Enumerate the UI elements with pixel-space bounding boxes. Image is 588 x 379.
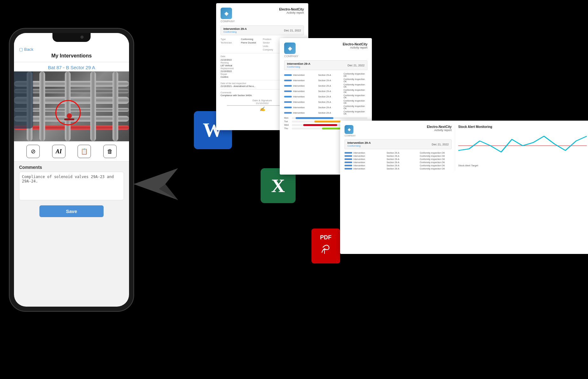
list-item: Intervention Section 29-A Conformity ins… (284, 73, 367, 77)
check-button[interactable]: ⊘ (26, 145, 40, 158)
card-3-status: Conforming (347, 144, 371, 147)
gantt-row-1: Mon (284, 117, 367, 119)
location-title: Bat 87 - B Sector 29 A (14, 62, 129, 71)
card-3-header: ◈ COMPANY Electro-NextCity Activity repo… (345, 125, 452, 137)
back-button[interactable]: ▢ Back (19, 47, 124, 52)
card-2-header: ◈ COMPANY Electro-NextCity Activity repo… (284, 43, 367, 58)
card-1-intervention-name: Intervention 29-A (223, 27, 247, 30)
card-2-company-tag: COMPANY (284, 55, 298, 58)
card-3-logo: ◈ (345, 125, 353, 134)
report-card-3: ◈ COMPANY Electro-NextCity Activity repo… (340, 121, 588, 254)
card-2-title-block: Electro-NextCity Activity report (343, 43, 367, 49)
list-item: Intervention Section 29-A Conformity ins… (284, 110, 367, 115)
card-2-rows: Intervention Section 29-A Conformity ins… (284, 73, 367, 115)
list-item: InterventionSection 29-AConformity inspe… (345, 168, 452, 170)
excel-letter: X (271, 175, 285, 197)
card-3-intervention-name: Intervention 29-A (347, 141, 371, 144)
phone-screen: ▢ Back My Interventions Bat 87 - B Secto… (14, 33, 129, 307)
list-item: Intervention Section 29-A Conformity ins… (284, 94, 367, 99)
card-2-status: Conforming (287, 65, 311, 68)
card-3-rows: InterventionSection 29-AConformity inspe… (345, 152, 452, 170)
card-1-report-type: Activity report (279, 11, 304, 14)
phone-notch (52, 33, 91, 42)
card-3-company-tag: COMPANY (345, 135, 356, 137)
position-label: Position (263, 38, 282, 41)
comments-label: Comments (14, 162, 129, 172)
list-item: Intervention Section 29-A Conformity ins… (284, 100, 367, 104)
check-icon: ⊘ (31, 148, 36, 155)
card-1-title-block: Electro-NextCity Activity report (279, 8, 304, 14)
pdf-app-icon: PDF (311, 229, 340, 263)
card-3-top: ◈ COMPANY Electro-NextCity Activity repo… (345, 125, 587, 171)
card-2-intervention-bar: Intervention 29-A Conforming Dec 21, 202… (284, 60, 367, 70)
list-item: InterventionSection 29-AConformity inspe… (345, 164, 452, 167)
card-3-report-type: Activity report (427, 129, 452, 132)
back-icon: ▢ (19, 47, 23, 52)
list-item: Intervention Section 29-A Conformity ins… (284, 89, 367, 93)
comments-textarea-wrap: Compliance of solenoid valves 29A-23 and… (14, 172, 129, 202)
stock-chart (458, 130, 587, 162)
stock-legend: Stock Alert Target (458, 164, 587, 167)
card-2-report-type: Activity report (343, 46, 367, 49)
card-1-header: ◈ COMPANY Electro-NextCity Activity repo… (221, 8, 304, 23)
units-label: Units (263, 45, 282, 48)
pdf-label: PDF (320, 234, 332, 241)
card-2-logo: ◈ (284, 43, 296, 54)
card-3-date: Dec 21, 2022 (432, 143, 449, 146)
doc-icon: 📋 (81, 148, 88, 155)
card-2-date: Dec 21, 2022 (347, 64, 365, 67)
doc-button[interactable]: 📋 (78, 145, 91, 158)
save-button[interactable]: Save (39, 205, 104, 217)
trash-icon: 🗑 (107, 148, 113, 155)
card-3-chart-section: Stock Alert Monitoring Stock Alert Targe… (455, 125, 587, 171)
ai-icon: AI (56, 148, 62, 155)
trash-button[interactable]: 🗑 (103, 145, 117, 158)
list-item: InterventionSection 29-AConformity inspe… (345, 152, 452, 154)
tech-value: Pierre Duvelot (241, 41, 262, 44)
list-item: Intervention Section 29-A Conformity ins… (284, 78, 367, 83)
ai-button[interactable]: AI (52, 145, 65, 158)
list-item: Intervention Section 29-A Conformity ins… (284, 105, 367, 110)
phone-header: ▢ Back My Interventions (14, 45, 129, 62)
intervention-photo (14, 71, 129, 141)
card-2-company-name: Electro-NextCity (343, 43, 367, 46)
photo-toolbar: ⊘ AI 📋 🗑 (14, 141, 129, 162)
card-1-company-tag: COMPANY (221, 20, 235, 23)
type-value: Conforming (241, 38, 262, 41)
card-2-intervention-name: Intervention 29-A (287, 62, 311, 65)
card-3-company-name: Electro-NextCity (427, 125, 452, 129)
back-label[interactable]: Back (24, 47, 33, 52)
card-1-company-name: Electro-NextCity (279, 8, 304, 11)
stock-title: Stock Alert Monitoring (458, 125, 587, 129)
type-label: Type (221, 38, 240, 41)
phone-mockup: ▢ Back My Interventions Bat 87 - B Secto… (10, 29, 133, 311)
highlight-circle (55, 100, 81, 125)
card-1-logo: ◈ (221, 8, 232, 19)
card-1-intervention-bar: Intervention 29-A Conforming Dec 21, 202… (221, 25, 304, 35)
list-item: InterventionSection 29-AConformity inspe… (345, 161, 452, 163)
sector-label: Sector (263, 41, 282, 44)
card-3-intervention-bar: Intervention 29-A Conforming Dec 21, 202… (345, 139, 452, 149)
list-item: InterventionSection 29-AConformity inspe… (345, 155, 452, 157)
card-1-status: Conforming (223, 30, 247, 33)
phone-camera (80, 36, 84, 39)
page-title: My Interventions (19, 53, 124, 59)
pdf-symbol (319, 242, 332, 258)
card-3-title-block: Electro-NextCity Activity report (427, 125, 452, 132)
card-3-report-section: ◈ COMPANY Electro-NextCity Activity repo… (345, 125, 452, 171)
phone-shell: ▢ Back My Interventions Bat 87 - B Secto… (10, 29, 133, 311)
card-1-date: Dec 21, 2022 (284, 29, 301, 32)
list-item: InterventionSection 29-AConformity inspe… (345, 158, 452, 160)
send-arrow-icon (130, 165, 181, 203)
comments-textarea[interactable]: Compliance of solenoid valves 29A-23 and… (19, 172, 124, 200)
company-label: Company (263, 48, 282, 51)
tech-label: Technician (221, 41, 240, 44)
list-item: Intervention Section 29-A Conformity ins… (284, 83, 367, 88)
